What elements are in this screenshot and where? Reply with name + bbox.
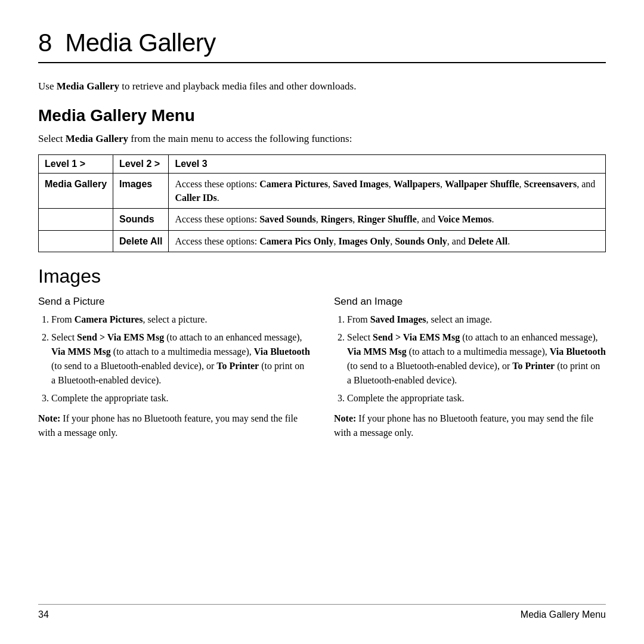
- send-picture-note: Note: If your phone has no Bluetooth fea…: [38, 411, 310, 440]
- table-row: Media Gallery Images Access these option…: [39, 174, 606, 209]
- page: 8 Media Gallery Use Media Gallery to ret…: [0, 0, 644, 644]
- table-row: Delete All Access these options: Camera …: [39, 230, 606, 252]
- list-item: Select Send > Via EMS Msg (to attach to …: [51, 330, 310, 388]
- list-item: From Camera Pictures, select a picture.: [51, 312, 310, 327]
- right-column: Send an Image From Saved Images, select …: [334, 296, 606, 597]
- list-item: From Saved Images, select an image.: [347, 312, 606, 327]
- list-item: Complete the appropriate task.: [51, 391, 310, 405]
- cell-level2-delete-all: Delete All: [113, 230, 169, 252]
- footer-section-label: Media Gallery Menu: [521, 609, 606, 620]
- list-item: Select Send > Via EMS Msg (to attach to …: [347, 330, 606, 388]
- intro-text: Use Media Gallery to retrieve and playba…: [38, 79, 606, 94]
- send-picture-heading: Send a Picture: [38, 296, 310, 308]
- cell-level1-media-gallery: Media Gallery: [39, 174, 113, 209]
- menu-section: Media Gallery Menu Select Media Gallery …: [38, 106, 606, 265]
- cell-level3-delete-desc: Access these options: Camera Pics Only, …: [169, 230, 606, 252]
- send-image-heading: Send an Image: [334, 296, 606, 308]
- images-section-title: Images: [38, 265, 606, 287]
- chapter-title: 8 Media Gallery: [38, 29, 606, 57]
- chapter-divider: [38, 62, 606, 63]
- table-header-row: Level 1 > Level 2 > Level 3: [39, 155, 606, 174]
- cell-level3-sounds-desc: Access these options: Saved Sounds, Ring…: [169, 209, 606, 230]
- menu-section-title: Media Gallery Menu: [38, 106, 606, 125]
- chapter-title-text: Media Gallery: [65, 29, 216, 57]
- list-item: Complete the appropriate task.: [347, 391, 606, 405]
- send-image-steps: From Saved Images, select an image. Sele…: [334, 312, 606, 405]
- page-footer: 34 Media Gallery Menu: [38, 604, 606, 620]
- cell-level3-images-desc: Access these options: Camera Pictures, S…: [169, 174, 606, 209]
- images-section: Images Send a Picture From Camera Pictur…: [38, 265, 606, 597]
- chapter-header: 8 Media Gallery: [38, 29, 606, 73]
- menu-table: Level 1 > Level 2 > Level 3 Media Galler…: [38, 154, 606, 252]
- col-header-level3: Level 3: [169, 155, 606, 174]
- col-header-level2: Level 2 >: [113, 155, 169, 174]
- cell-level1-empty2: [39, 230, 113, 252]
- send-image-note: Note: If your phone has no Bluetooth fea…: [334, 411, 606, 440]
- page-number: 34: [38, 609, 49, 620]
- left-column: Send a Picture From Camera Pictures, sel…: [38, 296, 310, 597]
- two-column-layout: Send a Picture From Camera Pictures, sel…: [38, 296, 606, 597]
- send-picture-steps: From Camera Pictures, select a picture. …: [38, 312, 310, 405]
- menu-section-intro: Select Media Gallery from the main menu …: [38, 131, 606, 147]
- cell-level1-empty: [39, 209, 113, 230]
- table-row: Sounds Access these options: Saved Sound…: [39, 209, 606, 230]
- cell-level2-images: Images: [113, 174, 169, 209]
- col-header-level1: Level 1 >: [39, 155, 113, 174]
- cell-level2-sounds: Sounds: [113, 209, 169, 230]
- chapter-number: 8: [38, 29, 52, 57]
